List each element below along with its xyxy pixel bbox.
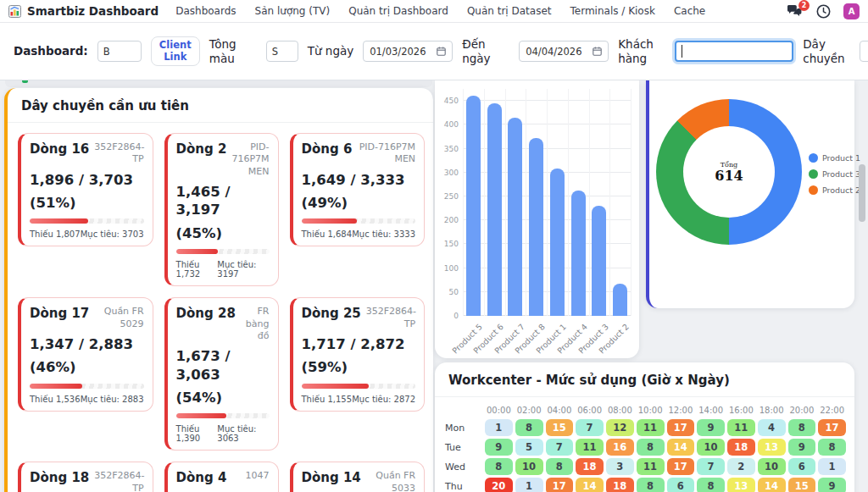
bar-ytick-label: 150 (437, 240, 459, 248)
from-date-input[interactable]: 01/03/2026 (363, 41, 453, 62)
heatmap-col-header: 10:00 (637, 404, 665, 417)
tone-input[interactable] (266, 41, 298, 62)
history-clock-button[interactable] (816, 4, 831, 19)
user-avatar[interactable]: A (843, 3, 860, 19)
heatmap-cell: 8 (546, 458, 574, 475)
heatmap-cell: 7 (546, 439, 574, 456)
donut-legend-item: Product 1 (809, 153, 860, 163)
heatmap-col-header: 02:00 (515, 404, 543, 417)
heatmap-cell: 10 (758, 458, 786, 475)
heatmap-cell: 7 (697, 458, 725, 475)
nav-item-3[interactable]: Quản trị Dataset (467, 5, 552, 17)
card-header: Dòng 2PID-716P7M MEN (176, 141, 270, 178)
line-label: Dây chuyền (803, 37, 850, 64)
card-line-name: Dòng 17 (30, 306, 89, 330)
workcenter-heatmap: 00:0002:0004:0006:0008:0010:0012:0014:00… (435, 397, 854, 492)
page-scrollbar-track[interactable] (860, 81, 867, 490)
bar-vgridline (631, 89, 632, 316)
card-line-name: Dòng 16 (30, 141, 89, 166)
to-date-input[interactable]: 04/04/2026 (519, 41, 609, 62)
heatmap-cell: 14 (576, 478, 604, 492)
heatmap-col-header: 20:00 (788, 404, 816, 417)
priority-lines-panel: Dây chuyền cần ưu tiên Dòng 16352F2864-T… (4, 88, 433, 492)
heatmap-cell: 18 (727, 439, 755, 456)
heatmap-col-header: 16:00 (727, 404, 755, 417)
card-line-name: Dòng 14 (302, 470, 361, 492)
heatmap-cell: 4 (758, 419, 786, 436)
card-item-code: PID-716P7M MEN (231, 141, 269, 178)
card-progress-value: 1,673 / 3,063 (176, 347, 270, 384)
heatmap-cell: 13 (727, 478, 755, 492)
card-target-label: Mục tiêu: 2872 (352, 395, 415, 404)
heatmap-cell: 17 (667, 458, 695, 475)
bar-ytick-label: 400 (437, 120, 459, 129)
heatmap-cell: 1 (818, 458, 846, 475)
card-line-name: Dòng 2 (176, 141, 227, 178)
customer-input[interactable] (675, 41, 793, 62)
card-footer: Thiếu 1,807Mục tiêu: 3703 (30, 229, 144, 239)
card-header: Dòng 16352F2864-TP (30, 141, 144, 166)
priority-card: Dòng 6PID-716P7M MEN1,649 / 3,333(49%)Th… (290, 133, 426, 246)
heatmap-cell: 6 (667, 478, 695, 492)
bar-series-bar (592, 206, 606, 316)
card-progress-value: 1,896 / 3,703 (30, 171, 144, 189)
card-progress-fill (30, 218, 88, 224)
nav-item-4[interactable]: Terminals / Kiosk (570, 5, 655, 17)
card-line-name: Dòng 18 (30, 470, 89, 492)
card-line-name: Dòng 6 (302, 141, 353, 166)
nav-item-5[interactable]: Cache (674, 5, 705, 17)
donut-legend-dot (809, 153, 818, 163)
bar-chart-panel: 050100150200250300350400450Product 5Prod… (435, 80, 639, 358)
heatmap-col-header: 12:00 (667, 404, 695, 417)
card-progress-bar (302, 384, 416, 389)
heatmap-col-header: 04:00 (546, 404, 574, 417)
card-item-code: FR bàng đồ (241, 306, 270, 342)
priority-cards-grid: Dòng 16352F2864-TP1,896 / 3,703(51%)Thiế… (8, 123, 433, 492)
chat-badge: 2 (798, 0, 810, 11)
to-date-value: 04/04/2026 (526, 46, 587, 58)
heatmap-cell: 1 (515, 478, 543, 492)
heatmap-cell: 9 (485, 439, 513, 456)
page-scrollbar-thumb[interactable] (859, 164, 865, 222)
card-item-code: 352F2864-TP (94, 470, 143, 492)
heatmap-cell: 8 (515, 419, 543, 436)
chat-button[interactable]: 2 (787, 4, 804, 18)
heatmap-col-header: 06:00 (576, 404, 604, 417)
heatmap-row-label: Mon (445, 419, 482, 436)
card-progress-fill (176, 249, 218, 254)
heatmap-cell: 20 (485, 478, 513, 492)
card-header: Dòng 41047 (176, 470, 270, 485)
card-header: Dòng 6PID-716P7M MEN (302, 141, 416, 166)
nav-item-1[interactable]: Sản lượng (TV) (255, 5, 331, 17)
bar-vgridline (589, 89, 590, 316)
dashboard-input[interactable] (97, 41, 142, 62)
app-logo-icon (8, 5, 21, 18)
heatmap-cell: 5 (515, 439, 543, 456)
card-progress-value: 1,717 / 2,872 (302, 335, 416, 353)
heatmap-col-header: 00:00 (485, 404, 513, 417)
client-link-button[interactable]: Client Link (151, 36, 200, 67)
card-item-code: 1047 (246, 470, 270, 485)
heatmap-cell: 15 (788, 478, 816, 492)
nav-item-0[interactable]: Dashboards (175, 5, 236, 17)
heatmap-cell: 16 (606, 439, 634, 456)
calendar-icon (593, 47, 602, 56)
donut-center-total: 614 (715, 168, 743, 184)
priority-card: Dòng 16352F2864-TP1,896 / 3,703(51%)Thiế… (18, 133, 153, 246)
heatmap-col-header: 14:00 (697, 404, 725, 417)
line-input[interactable] (860, 41, 868, 62)
card-header: Dòng 17Quần FR 5029 (30, 306, 144, 330)
card-item-code: Quần FR 5029 (94, 306, 143, 330)
scrolled-panel-edge (5, 80, 432, 87)
nav-item-2[interactable]: Quản trị Dashboard (348, 5, 448, 17)
heatmap-cell: 7 (576, 419, 604, 436)
workcenter-title: Workcenter - Mức sử dụng (Giờ x Ngày) (435, 362, 854, 397)
card-target-label: Mục tiêu: 3333 (352, 229, 415, 239)
card-footer: Thiếu 1,155Mục tiêu: 2872 (302, 395, 416, 404)
heatmap-cell: 6 (788, 458, 816, 475)
bar-series-bar (466, 96, 481, 316)
bar-vgridline (484, 89, 485, 316)
card-progress-value: 1,347 / 2,883 (30, 335, 144, 353)
donut-legend-item: Product 3 (809, 169, 860, 179)
brand[interactable]: Smartbiz Dashboard (8, 4, 159, 18)
